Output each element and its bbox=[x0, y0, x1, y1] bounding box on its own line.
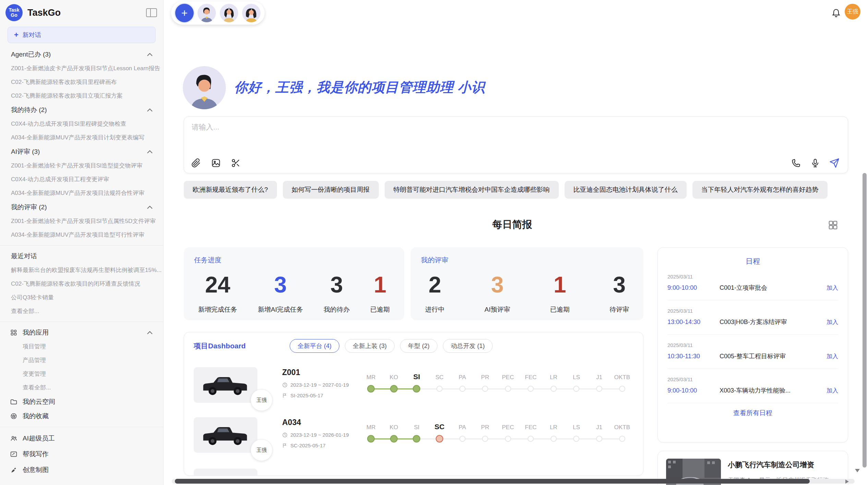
scroll-right-arrow[interactable] bbox=[845, 480, 849, 484]
dashboard-tab[interactable]: 全新上装 (3) bbox=[345, 339, 395, 353]
sidebar-task-item[interactable]: C0X4-动力总成开发项目工程变更评审 bbox=[0, 173, 163, 186]
project-row-partial bbox=[194, 469, 257, 476]
sidebar-group-header[interactable]: Agent已办 (3) bbox=[0, 47, 163, 62]
ai-super-staff-item[interactable]: AI超级员工 bbox=[0, 431, 163, 446]
briefing-layout-icon[interactable] bbox=[828, 220, 838, 230]
agent-avatar-1[interactable] bbox=[197, 4, 216, 22]
dashboard-tab[interactable]: 动总开发 (1) bbox=[443, 339, 493, 353]
sidebar-task-item[interactable]: Z001-全新燃油皮卡产品开发项目SI节点Lesson Learn报告 bbox=[0, 62, 163, 75]
my-favorites-item[interactable]: 我的收藏 bbox=[0, 409, 163, 423]
recent-chat-item[interactable]: 查看全部... bbox=[0, 304, 163, 318]
sidebar-task-item[interactable]: A034-全新新能源MUV产品开发项目计划变更表编写 bbox=[0, 131, 163, 145]
milestone: KO bbox=[383, 369, 406, 393]
sidebar-task-item[interactable]: A034-全新新能源MUV产品开发项目法规符合性评审 bbox=[0, 186, 163, 200]
milestone-node bbox=[596, 386, 602, 392]
agent-avatar-3[interactable] bbox=[242, 4, 261, 22]
collapse-sidebar-icon[interactable] bbox=[146, 8, 157, 17]
recent-chats-section: 最近对话 解释最新出台的欧盟报废车法规再生塑料比例被调至15%... C02-飞… bbox=[0, 249, 163, 318]
sidebar-group: Agent已办 (3) Z001-全新燃油皮卡产品开发项目SI节点Lesson … bbox=[0, 47, 163, 103]
milestone-label: J1 bbox=[596, 419, 602, 431]
project-row[interactable]: 王强A0342023-12-19 ~ 2026-01-19SC-2025-05-… bbox=[194, 417, 634, 453]
sidebar-group-header[interactable]: 我的评审 (2) bbox=[0, 200, 163, 214]
scroll-down-arrow[interactable] bbox=[855, 469, 860, 472]
app-item[interactable]: 产品管理 bbox=[0, 353, 163, 367]
app-item[interactable]: 项目管理 bbox=[0, 340, 163, 353]
sidebar-task-item[interactable]: C0X4-动力总成开发项目SI里程碑提交物检查 bbox=[0, 117, 163, 131]
app-item[interactable]: 变更管理 bbox=[0, 367, 163, 381]
milestone-label: PEC bbox=[502, 369, 514, 381]
recent-chat-item[interactable]: 公司Q3轻卡销量 bbox=[0, 291, 163, 304]
my-cloud-item[interactable]: 我的云空间 bbox=[0, 395, 163, 409]
user-avatar[interactable]: 王强 bbox=[845, 4, 860, 20]
schedule-time: 9:00-10:00 bbox=[667, 284, 720, 291]
help-me-write-item[interactable]: 帮我写作 bbox=[0, 446, 163, 462]
add-agent-button[interactable]: + bbox=[175, 4, 194, 22]
join-meeting-link[interactable]: 加入 bbox=[827, 318, 838, 326]
my-favorites-label: 我的收藏 bbox=[23, 412, 49, 421]
suggestion-chip[interactable]: 比亚迪全固态电池计划具体说了什么 bbox=[565, 181, 687, 199]
milestone-node bbox=[551, 436, 557, 442]
my-apps-header[interactable]: 我的应用 bbox=[0, 325, 163, 340]
scissors-icon[interactable] bbox=[231, 158, 241, 168]
attachment-icon[interactable] bbox=[191, 158, 201, 168]
stat-value: 3 bbox=[610, 269, 629, 300]
agent-avatar-2[interactable] bbox=[220, 4, 238, 22]
image-upload-icon[interactable] bbox=[211, 158, 221, 168]
apps-grid-icon bbox=[10, 329, 18, 336]
chat-input-card bbox=[184, 116, 848, 173]
send-icon[interactable] bbox=[829, 158, 840, 168]
join-meeting-link[interactable]: 加入 bbox=[827, 352, 838, 360]
milestone-label: MR bbox=[366, 419, 375, 431]
project-name: A034 bbox=[282, 418, 360, 427]
dashboard-tab[interactable]: 年型 (2) bbox=[400, 339, 437, 353]
sidebar-task-item[interactable]: A034-全新新能源MUV产品开发项目造型可行性评审 bbox=[0, 228, 163, 242]
sidebar-group-header[interactable]: 我的待办 (2) bbox=[0, 103, 163, 117]
sidebar-task-item[interactable]: C02-飞腾新能源轻客改款项目里程碑画布 bbox=[0, 75, 163, 89]
suggestion-chip[interactable]: 特朗普可能对进口汽车增税会对中国车企造成哪些影响 bbox=[385, 181, 559, 199]
join-meeting-link[interactable]: 加入 bbox=[827, 284, 838, 292]
vertical-scrollbar-thumb[interactable] bbox=[863, 173, 867, 468]
stat: 3 我的待办 bbox=[324, 269, 350, 314]
recent-chat-item[interactable]: 解释最新出台的欧盟报废车法规再生塑料比例被调至15%... bbox=[0, 263, 163, 277]
project-row[interactable]: 王强Z0012023-12-19 ~ 2027-01-19SI-2025-05-… bbox=[194, 367, 634, 403]
taskgo-logo: Task Go bbox=[5, 4, 23, 21]
sidebar-task-item[interactable]: Z001-全新燃油轻卡产品开发项目SI节点属性5D文件评审 bbox=[0, 214, 163, 228]
plus-icon: + bbox=[14, 30, 19, 39]
chat-input[interactable] bbox=[192, 122, 740, 146]
join-meeting-link[interactable]: 加入 bbox=[827, 387, 838, 395]
milestone-label: PA bbox=[459, 419, 466, 431]
stat-value: 1 bbox=[370, 269, 390, 300]
main-area: + 王强 你好，王强，我是你的项目管理助理 小识 bbox=[164, 0, 868, 485]
microphone-icon[interactable] bbox=[810, 158, 820, 168]
milestone: PA bbox=[451, 419, 474, 443]
sidebar-task-item[interactable]: C02-飞腾新能源轻客改款项目立项汇报方案 bbox=[0, 89, 163, 103]
recent-chat-item[interactable]: C02-飞腾新能源轻客改款项目的闭环通查反馈情况 bbox=[0, 277, 163, 291]
milestone-label: PA bbox=[459, 369, 466, 381]
sidebar-task-item[interactable]: Z001-全新燃油轻卡产品开发项目SI造型提交物评审 bbox=[0, 159, 163, 173]
milestone-node bbox=[367, 385, 375, 393]
milestone-label: SI bbox=[414, 419, 419, 431]
milestone-node bbox=[390, 435, 398, 443]
creative-drawing-item[interactable]: 创意制图 bbox=[0, 462, 163, 478]
suggestion-chip[interactable]: 当下年轻人对汽车外观有怎样的喜好趋势 bbox=[692, 181, 828, 199]
schedule-time: 13:00-14:30 bbox=[667, 319, 720, 326]
suggestion-chip[interactable]: 如何写一份清晰的项目周报 bbox=[283, 181, 379, 199]
schedule-title: 日程 bbox=[667, 257, 838, 266]
new-chat-button[interactable]: + 新对话 bbox=[8, 27, 156, 43]
milestone-label: LR bbox=[550, 369, 557, 381]
phone-call-icon[interactable] bbox=[791, 158, 801, 168]
my-apps-title: 我的应用 bbox=[23, 328, 147, 337]
sidebar-group-header[interactable]: AI评审 (3) bbox=[0, 145, 163, 159]
suggestion-chip[interactable]: 欧洲新规最近颁布了什么? bbox=[184, 181, 277, 199]
milestone-node bbox=[482, 386, 488, 392]
help-me-write-label: 帮我写作 bbox=[23, 450, 49, 459]
notifications-bell-icon[interactable] bbox=[831, 8, 841, 18]
chevron-up-icon bbox=[147, 108, 153, 112]
milestone-label: LS bbox=[573, 419, 580, 431]
view-all-schedule-link[interactable]: 查看所有日程 bbox=[667, 403, 838, 423]
milestone-timeline: MRKOSISCPAPRPECFECLRLSJ1OKTB bbox=[360, 369, 634, 393]
horizontal-scrollbar-thumb[interactable] bbox=[175, 479, 810, 484]
divider bbox=[0, 322, 163, 322]
app-item[interactable]: 查看全部... bbox=[0, 381, 163, 395]
dashboard-tab[interactable]: 全新平台 (4) bbox=[290, 339, 339, 353]
